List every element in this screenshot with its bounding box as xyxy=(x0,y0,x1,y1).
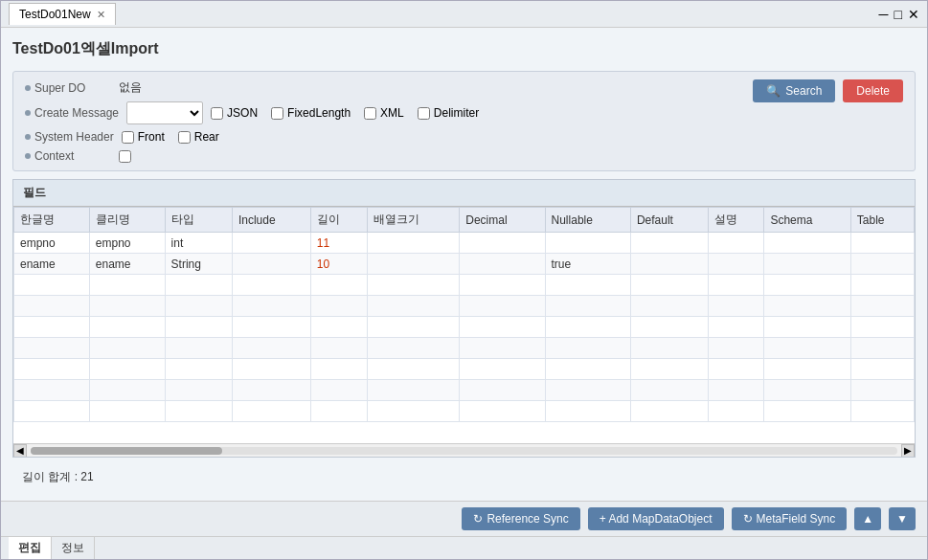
scrollbar-thumb[interactable] xyxy=(31,447,222,455)
cell-desc xyxy=(708,254,764,275)
field-section: 필드 한글명 클리명 타입 Include 길이 배열크기 Decimal Nu… xyxy=(12,179,916,458)
cell-type xyxy=(165,338,232,359)
table-row[interactable] xyxy=(14,317,915,338)
cell-decimal xyxy=(460,380,545,401)
cell-schema xyxy=(764,380,850,401)
json-checkbox-label[interactable]: JSON xyxy=(211,106,258,120)
cell-default xyxy=(630,317,708,338)
cell-table xyxy=(850,317,914,338)
cell-column: ename xyxy=(89,254,165,275)
create-message-select[interactable] xyxy=(126,101,203,124)
col-array-size: 배열크기 xyxy=(367,208,460,233)
fixed-length-checkbox[interactable] xyxy=(271,107,283,120)
cell-default xyxy=(630,275,708,296)
cell-schema xyxy=(764,359,850,380)
cell-desc xyxy=(708,317,764,338)
scroll-left-arrow[interactable]: ◀ xyxy=(13,444,27,458)
cell-array_size xyxy=(367,233,460,254)
cell-nullable xyxy=(545,380,630,401)
cell-default xyxy=(630,380,708,401)
meta-sync-icon: ↻ xyxy=(743,512,753,526)
super-do-value: 없음 xyxy=(119,79,142,96)
front-checkbox-label[interactable]: Front xyxy=(122,130,165,144)
arrow-down-button[interactable]: ▼ xyxy=(889,507,916,530)
rear-checkbox[interactable] xyxy=(178,131,191,144)
cell-desc xyxy=(708,275,764,296)
cell-length xyxy=(310,380,367,401)
cell-default xyxy=(630,254,708,275)
table-container[interactable]: 한글명 클리명 타입 Include 길이 배열크기 Decimal Nulla… xyxy=(13,207,915,443)
cell-korean xyxy=(14,401,90,422)
table-row[interactable] xyxy=(14,338,915,359)
cell-table xyxy=(850,275,914,296)
cell-schema xyxy=(764,275,850,296)
cell-length: 11 xyxy=(310,233,367,254)
horizontal-scrollbar[interactable]: ◀ ▶ xyxy=(13,443,915,457)
cell-type: String xyxy=(165,254,232,275)
front-checkbox[interactable] xyxy=(122,131,134,144)
rear-checkbox-label[interactable]: Rear xyxy=(178,130,219,144)
cell-length xyxy=(310,359,367,380)
scroll-right-arrow[interactable]: ▶ xyxy=(901,444,915,458)
arrow-up-button[interactable]: ▲ xyxy=(854,507,881,530)
xml-checkbox-label[interactable]: XML xyxy=(364,106,404,120)
cell-desc xyxy=(708,401,764,422)
fixed-length-checkbox-label[interactable]: FixedLength xyxy=(271,106,351,120)
field-table: 한글명 클리명 타입 Include 길이 배열크기 Decimal Nulla… xyxy=(13,207,915,422)
cell-include xyxy=(232,296,310,317)
col-decimal: Decimal xyxy=(460,208,545,233)
table-row[interactable] xyxy=(14,275,915,296)
table-body: empnoempnoint11enameenameString10true xyxy=(14,233,915,422)
xml-checkbox[interactable] xyxy=(364,107,376,120)
cell-korean: empno xyxy=(14,233,90,254)
cell-nullable xyxy=(545,317,630,338)
cell-include xyxy=(232,359,310,380)
col-length: 길이 xyxy=(310,208,367,233)
window-close-icon[interactable]: ✕ xyxy=(908,7,919,22)
delimiter-checkbox-label[interactable]: Delimiter xyxy=(418,106,479,120)
cell-column xyxy=(89,275,165,296)
delimiter-checkbox[interactable] xyxy=(418,107,430,120)
cell-table xyxy=(850,254,914,275)
table-row[interactable] xyxy=(14,296,915,317)
cell-korean xyxy=(14,317,90,338)
tab-edit[interactable]: 편집 xyxy=(9,537,52,559)
cell-array_size xyxy=(367,275,460,296)
bottom-bar: ↻ Reference Sync + Add MapDataObject ↻ M… xyxy=(1,501,927,536)
table-row[interactable] xyxy=(14,380,915,401)
cell-type xyxy=(165,296,232,317)
cell-nullable xyxy=(545,296,630,317)
close-icon[interactable]: ✕ xyxy=(97,9,105,21)
delete-button[interactable]: Delete xyxy=(843,79,903,102)
cell-desc xyxy=(708,296,764,317)
cell-type xyxy=(165,359,232,380)
message-type-checkboxes: JSON FixedLength XML Delimiter xyxy=(211,106,479,120)
table-row[interactable] xyxy=(14,359,915,380)
cell-include xyxy=(232,338,310,359)
form-area: Super DO 없음 Create Message JSON xyxy=(12,71,916,171)
table-row[interactable]: enameenameString10true xyxy=(14,254,915,275)
tab-title: TestDo01New xyxy=(19,8,91,21)
cell-nullable: true xyxy=(545,254,630,275)
minimize-icon[interactable]: ─ xyxy=(879,7,889,22)
meta-field-sync-button[interactable]: ↻ MetaField Sync xyxy=(732,507,848,530)
cell-type: int xyxy=(165,233,232,254)
cell-column xyxy=(89,401,165,422)
reference-sync-button[interactable]: ↻ Reference Sync xyxy=(462,507,579,530)
cell-default xyxy=(630,338,708,359)
cell-type xyxy=(165,401,232,422)
tab-info[interactable]: 정보 xyxy=(52,537,95,559)
search-button[interactable]: 🔍 Search xyxy=(753,79,835,102)
table-row[interactable]: empnoempnoint11 xyxy=(14,233,915,254)
add-map-data-object-button[interactable]: + Add MapDataObject xyxy=(588,507,724,530)
cell-length xyxy=(310,275,367,296)
table-row[interactable] xyxy=(14,401,915,422)
json-checkbox[interactable] xyxy=(211,107,223,120)
cell-schema xyxy=(764,338,850,359)
cell-table xyxy=(850,401,914,422)
scrollbar-track[interactable] xyxy=(31,447,897,455)
col-korean: 한글명 xyxy=(14,208,90,233)
context-checkbox[interactable] xyxy=(119,150,131,163)
cell-array_size xyxy=(367,401,460,422)
maximize-icon[interactable]: □ xyxy=(894,7,902,22)
